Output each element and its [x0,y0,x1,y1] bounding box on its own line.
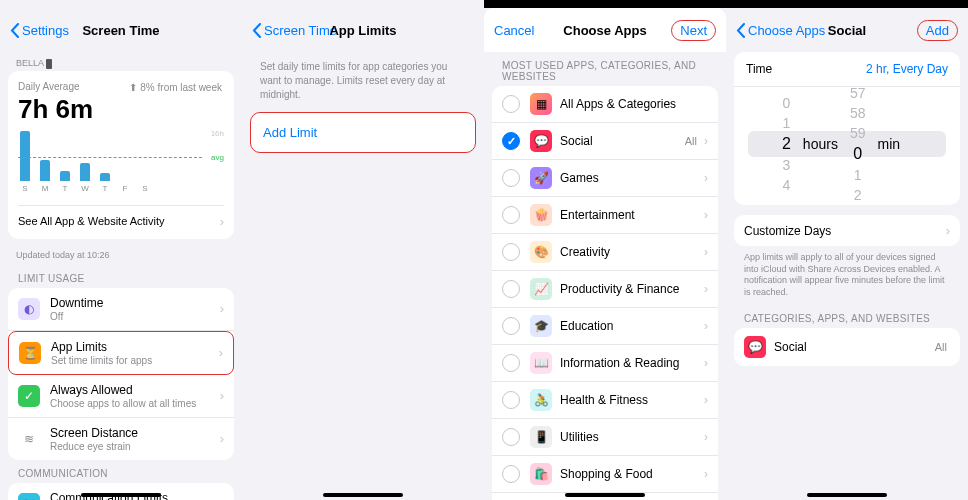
chart-day-label: S [140,184,150,193]
home-indicator [565,493,645,497]
customize-group: Customize Days › [734,215,960,246]
row-comm-limits[interactable]: 👥 Communication LimitsSet limits for cal… [8,483,234,500]
radio-checked[interactable] [502,132,520,150]
back-choose-apps[interactable]: Choose Apps [736,23,825,38]
row-category[interactable]: 🎓 Education › [492,308,718,345]
cancel-button[interactable]: Cancel [494,23,534,38]
back-screen-time[interactable]: Screen Time [252,23,337,38]
picker-min-option[interactable]: 59 [850,125,866,141]
radio-unchecked[interactable] [502,169,520,187]
content: BELLA Daily Average 7h 6m ⬆8% from last … [0,52,242,500]
category-label: Education [560,319,700,333]
avg-tag: avg [211,153,224,162]
section-communication: COMMUNICATION [8,460,234,483]
chart-day-label: T [60,184,70,193]
section-categories: CATEGORIES, APPS, AND WEBSITES [734,305,960,328]
picker-hour-option[interactable]: 3 [783,157,791,173]
row-category[interactable]: 🍿 Entertainment › [492,197,718,234]
picker-mins[interactable]: 575859012 [850,85,866,203]
row-category[interactable]: 📖 Information & Reading › [492,345,718,382]
nav-header: Settings Screen Time [0,8,242,52]
back-label: Choose Apps [748,23,825,38]
radio-unchecked[interactable] [502,280,520,298]
page-title: Social [828,23,866,38]
back-settings[interactable]: Settings [10,23,69,38]
daily-average-card[interactable]: Daily Average 7h 6m ⬆8% from last week 1… [8,71,234,239]
category-label: Creativity [560,245,700,259]
row-social-category[interactable]: 💬 Social All [734,328,960,366]
row-time[interactable]: Time 2 hr, Every Day [734,52,960,87]
see-all-activity[interactable]: See All App & Website Activity › [18,205,224,229]
radio-unchecked[interactable] [502,95,520,113]
content: Set daily time limits for app categories… [242,52,484,500]
chart-labels: SMTWTFS [18,184,224,193]
chart-day-label: M [40,184,50,193]
category-label: Health & Fitness [560,393,700,407]
row-category[interactable]: 🚴 Health & Fitness › [492,382,718,419]
category-label: Entertainment [560,208,700,222]
picker-min-option[interactable]: 0 [853,145,862,163]
status-bar [726,0,968,8]
radio-unchecked[interactable] [502,428,520,446]
picker-hours[interactable]: 01234 [782,95,791,193]
chart-day-label: T [100,184,110,193]
chart-bar [40,160,50,180]
category-icon: 🚴 [530,389,552,411]
chevron-right-icon: › [704,319,708,333]
time-picker[interactable]: 01234 hours 575859012 min [748,89,946,199]
picker-hour-option[interactable]: 1 [783,115,791,131]
chevron-right-icon: › [220,431,224,446]
row-all-apps[interactable]: ▦ All Apps & Categories [492,86,718,123]
row-customize-days[interactable]: Customize Days › [734,215,960,246]
add-limit-button[interactable]: Add Limit [250,112,476,153]
picker-hour-option[interactable]: 0 [783,95,791,111]
chevron-right-icon: › [220,301,224,316]
grid-icon: ▦ [530,93,552,115]
content: MOST USED APPS, CATEGORIES, AND WEBSITES… [484,52,726,500]
picker-hour-option[interactable]: 2 [782,135,791,153]
picker-min-option[interactable]: 57 [850,85,866,101]
row-app-limits[interactable]: ⏳ App LimitsSet time limits for apps › [8,331,234,375]
pct-change: ⬆8% from last week [129,82,222,93]
category-icon: 🎓 [530,315,552,337]
row-category[interactable]: 📱 Utilities › [492,419,718,456]
scope-label: All [935,341,947,353]
row-screen-distance[interactable]: ≋ Screen DistanceReduce eye strain › [8,418,234,460]
row-category[interactable]: 🎨 Creativity › [492,234,718,271]
row-downtime[interactable]: ◐ DowntimeOff › [8,288,234,331]
row-category[interactable]: 🛍️ Shopping & Food › [492,456,718,493]
chart-bar [60,171,70,180]
chevron-right-icon: › [219,345,223,360]
usage-chart: 16h avg SMTWTFS [18,131,224,197]
row-always-allowed[interactable]: ✓ Always AllowedChoose apps to allow at … [8,375,234,418]
category-label: Social [560,134,685,148]
row-category[interactable]: 🚀 Games › [492,160,718,197]
page-title: Screen Time [82,23,159,38]
chart-bar [80,163,90,180]
chart-day-label: S [20,184,30,193]
chevron-right-icon: › [704,282,708,296]
status-bar [0,0,242,8]
radio-unchecked[interactable] [502,243,520,261]
category-label: Productivity & Finance [560,282,700,296]
picker-min-option[interactable]: 58 [850,105,866,121]
radio-unchecked[interactable] [502,465,520,483]
social-icon: 💬 [744,336,766,358]
category-label: Games [560,171,700,185]
radio-unchecked[interactable] [502,354,520,372]
chevron-right-icon: › [704,208,708,222]
all-label: All [685,135,697,147]
radio-unchecked[interactable] [502,317,520,335]
downtime-icon: ◐ [18,298,40,320]
hint-text: App limits will apply to all of your dev… [734,246,960,305]
picker-min-option[interactable]: 1 [854,167,862,183]
chart-max: 16h [211,129,224,138]
add-button[interactable]: Add [917,20,958,41]
radio-unchecked[interactable] [502,206,520,224]
row-category[interactable]: 💬 Social All› [492,123,718,160]
row-category[interactable]: 📈 Productivity & Finance › [492,271,718,308]
picker-hour-option[interactable]: 4 [783,177,791,193]
picker-min-option[interactable]: 2 [854,187,862,203]
next-button[interactable]: Next [671,20,716,41]
radio-unchecked[interactable] [502,391,520,409]
